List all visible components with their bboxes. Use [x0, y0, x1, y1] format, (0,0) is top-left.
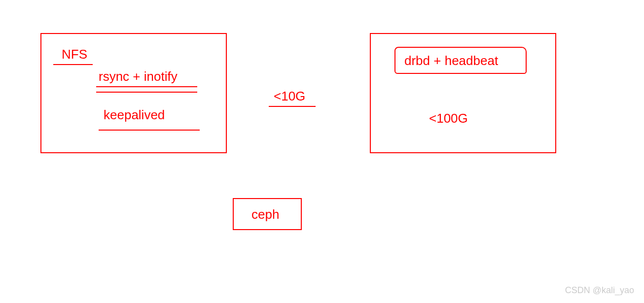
keepalived-label: keepalived	[104, 107, 165, 123]
nfs-underline	[53, 64, 93, 65]
drbd-headbeat-label: drbd + headbeat	[404, 53, 498, 68]
keepalived-underline	[99, 130, 200, 131]
size-10g-underline	[269, 106, 316, 107]
rsync-underline-1	[96, 86, 197, 87]
nfs-label: NFS	[62, 47, 87, 62]
rsync-underline-2	[96, 92, 197, 93]
rsync-inotify-label: rsync + inotify	[99, 69, 178, 84]
size-100g-label: <100G	[429, 111, 468, 126]
size-10g-label: <10G	[274, 89, 305, 104]
watermark-text: CSDN @kali_yao	[565, 285, 634, 296]
ceph-label: ceph	[251, 207, 279, 222]
